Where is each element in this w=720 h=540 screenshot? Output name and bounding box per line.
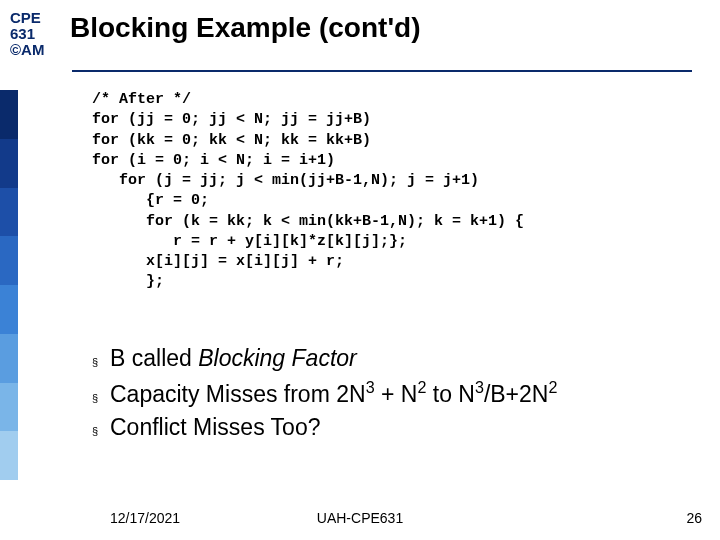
slide-title: Blocking Example (cont'd) [70, 12, 420, 44]
bullet-text: Capacity Misses from 2N3 + N2 to N3/B+2N… [110, 378, 557, 408]
bullet-text: Conflict Misses Too? [110, 414, 321, 441]
bullet-icon: § [92, 425, 110, 437]
course-line3: ©AM [10, 42, 60, 58]
bullet-list: § B called Blocking Factor § Capacity Mi… [92, 345, 692, 447]
list-item: § Capacity Misses from 2N3 + N2 to N3/B+… [92, 378, 692, 408]
course-code: CPE 631 ©AM [10, 10, 60, 57]
slide-header: CPE 631 ©AM Blocking Example (cont'd) [10, 10, 710, 57]
page-number: 26 [686, 510, 702, 526]
course-line1: CPE [10, 10, 60, 26]
bullet-icon: § [92, 356, 110, 368]
footer-center: UAH-CPE631 [0, 510, 720, 526]
bullet-icon: § [92, 392, 110, 404]
title-rule [72, 70, 692, 72]
course-line2: 631 [10, 26, 60, 42]
list-item: § B called Blocking Factor [92, 345, 692, 372]
slide-footer: 12/17/2021 UAH-CPE631 26 [0, 506, 720, 526]
bullet-text: B called Blocking Factor [110, 345, 357, 372]
code-block: /* After */ for (jj = 0; jj < N; jj = jj… [92, 90, 692, 293]
decorative-stripes [0, 90, 18, 480]
list-item: § Conflict Misses Too? [92, 414, 692, 441]
